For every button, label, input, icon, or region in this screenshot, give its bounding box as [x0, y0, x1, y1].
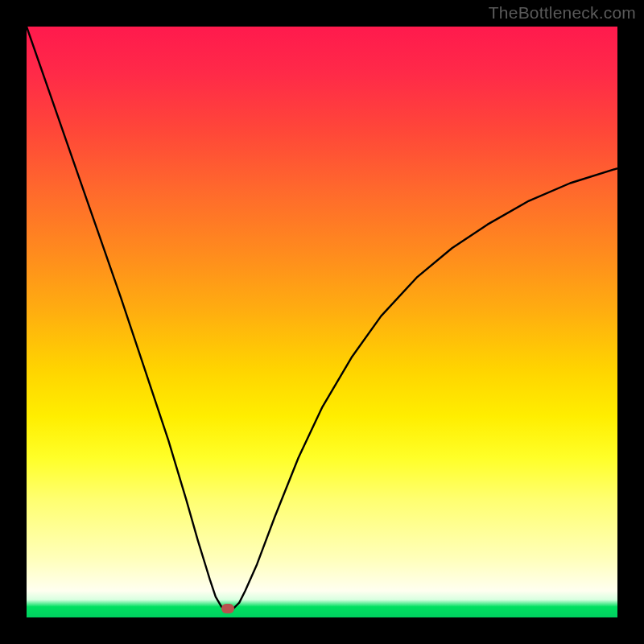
curve-svg: [27, 27, 617, 617]
optimal-point-marker: [221, 604, 234, 613]
chart-frame: TheBottleneck.com: [0, 0, 644, 644]
bottleneck-curve: [27, 27, 617, 610]
watermark-text: TheBottleneck.com: [489, 3, 636, 23]
plot-area: [27, 27, 617, 617]
